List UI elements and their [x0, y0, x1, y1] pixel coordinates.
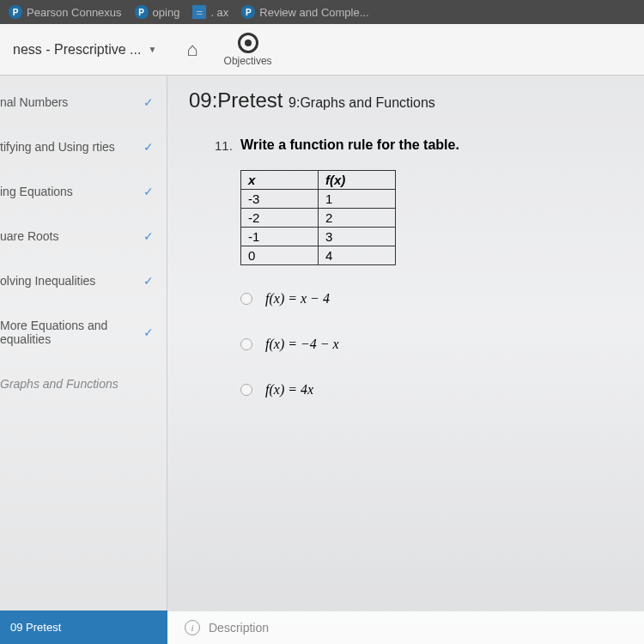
cell: -2 — [241, 209, 319, 228]
table-row: 0 4 — [241, 246, 396, 265]
info-icon: i — [185, 620, 200, 635]
table-row: -2 2 — [241, 209, 396, 228]
check-icon: ✓ — [143, 325, 154, 339]
bottom-nav-label: 09 Pretest — [10, 621, 61, 634]
radio-icon[interactable] — [240, 338, 252, 350]
browser-tabs: P Pearson Connexus P oping = . ax P Revi… — [0, 0, 644, 24]
home-button[interactable]: ⌂ — [186, 39, 197, 61]
option-text: f(x) = 4x — [265, 382, 313, 398]
sidebar-item-graphs[interactable]: Graphs and Functions — [0, 361, 167, 406]
sidebar-item-more-equations[interactable]: More Equations and equalities ✓ — [0, 303, 167, 361]
sidebar-item-label: tifying and Using rties — [0, 140, 115, 154]
cell: -3 — [241, 190, 319, 209]
doc-icon: = — [192, 5, 206, 19]
radio-icon[interactable] — [240, 384, 252, 396]
check-icon: ✓ — [143, 185, 154, 198]
sidebar-item-label: More Equations and equalities — [0, 319, 143, 346]
bottom-nav[interactable]: 09 Pretest — [0, 611, 167, 644]
pearson-icon: P — [241, 5, 255, 19]
option-c[interactable]: f(x) = 4x — [240, 382, 623, 398]
target-icon — [238, 33, 258, 53]
cell: -1 — [241, 228, 319, 246]
tab-oping[interactable]: P oping — [135, 5, 180, 19]
sidebar-item-label: olving Inequalities — [0, 274, 95, 288]
cell: 1 — [319, 190, 396, 209]
option-a[interactable]: f(x) = x − 4 — [240, 291, 623, 307]
chevron-down-icon: ▼ — [148, 45, 156, 54]
sidebar-item-roots[interactable]: uare Roots ✓ — [0, 214, 167, 258]
table-header-row: x f(x) — [241, 171, 396, 190]
objectives-button[interactable]: Objectives — [224, 33, 272, 67]
cell: 4 — [319, 246, 396, 265]
option-b[interactable]: f(x) = −4 − x — [240, 337, 623, 352]
tab-label: Review and Comple... — [259, 6, 368, 19]
sidebar-item-label: Graphs and Functions — [0, 377, 118, 391]
pearson-icon: P — [135, 5, 149, 19]
header-x: x — [241, 171, 319, 190]
question-block: 11. Write a function rule for the table.… — [215, 138, 623, 398]
objectives-label: Objectives — [224, 55, 272, 67]
options-list: f(x) = x − 4 f(x) = −4 − x f(x) = 4x — [240, 291, 623, 398]
sidebar-item-numbers[interactable]: nal Numbers ✓ — [0, 80, 167, 125]
tab-ax[interactable]: = . ax — [192, 5, 228, 19]
question-prompt: Write a function rule for the table. — [240, 137, 623, 153]
sidebar: nal Numbers ✓ tifying and Using rties ✓ … — [0, 76, 167, 644]
sidebar-item-properties[interactable]: tifying and Using rties ✓ — [0, 125, 167, 169]
main-area: nal Numbers ✓ tifying and Using rties ✓ … — [0, 76, 644, 644]
check-icon: ✓ — [143, 95, 154, 109]
page-title: 09:Pretest 9:Graphs and Functions — [189, 88, 623, 112]
top-bar: ness - Prescriptive ... ▼ ⌂ Objectives — [0, 24, 644, 76]
description-panel[interactable]: i Description — [167, 611, 644, 644]
cell: 2 — [319, 209, 396, 228]
breadcrumb[interactable]: ness - Prescriptive ... ▼ — [0, 24, 169, 75]
tab-label: oping — [153, 6, 180, 19]
tab-label: . ax — [210, 6, 228, 19]
pearson-icon: P — [9, 5, 22, 19]
tab-pearson[interactable]: P Pearson Connexus — [9, 5, 122, 19]
breadcrumb-title: ness - Prescriptive ... — [13, 42, 141, 58]
nav-icons: ⌂ Objectives — [169, 24, 271, 75]
sidebar-item-equations[interactable]: ing Equations ✓ — [0, 169, 167, 214]
sidebar-item-label: nal Numbers — [0, 95, 68, 109]
option-text: f(x) = −4 − x — [265, 337, 339, 352]
data-table: x f(x) -3 1 -2 2 -1 3 0 4 — [240, 170, 396, 265]
table-row: -1 3 — [241, 228, 396, 246]
sidebar-item-label: uare Roots — [0, 229, 58, 243]
check-icon: ✓ — [143, 140, 154, 154]
title-main: 09:Pretest — [189, 88, 283, 112]
tab-label: Pearson Connexus — [27, 6, 122, 19]
sidebar-item-label: ing Equations — [0, 185, 73, 198]
table-row: -3 1 — [241, 190, 396, 209]
description-label: Description — [209, 621, 269, 635]
radio-icon[interactable] — [240, 293, 252, 305]
cell: 3 — [319, 228, 396, 246]
sidebar-item-inequalities[interactable]: olving Inequalities ✓ — [0, 258, 167, 303]
title-sub: 9:Graphs and Functions — [289, 95, 435, 110]
home-icon: ⌂ — [186, 39, 197, 61]
check-icon: ✓ — [143, 274, 154, 288]
content: 09:Pretest 9:Graphs and Functions 11. Wr… — [167, 76, 644, 644]
tab-review[interactable]: P Review and Comple... — [241, 5, 368, 19]
cell: 0 — [241, 246, 319, 265]
option-text: f(x) = x − 4 — [265, 291, 330, 307]
header-fx: f(x) — [319, 171, 396, 190]
check-icon: ✓ — [143, 229, 154, 243]
